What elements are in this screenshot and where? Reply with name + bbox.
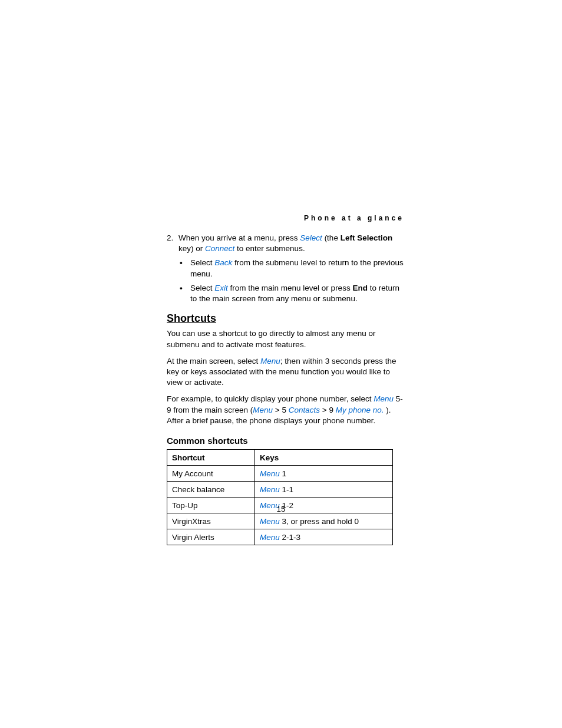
menu-link[interactable]: Menu <box>260 517 280 526</box>
step-marker: 2. <box>167 233 178 254</box>
text: 1-1 <box>280 485 293 494</box>
shortcut-cell: My Account <box>167 466 255 482</box>
sub-bullets: • Select Back from the submenu level to … <box>180 258 405 304</box>
keys-cell: Menu 2-1-3 <box>255 529 393 545</box>
text: (the <box>322 233 340 242</box>
shortcut-cell: Check balance <box>167 482 255 498</box>
keys-cell: Menu 1-1 <box>255 482 393 498</box>
text: key) or <box>178 244 205 253</box>
paragraph: You can use a shortcut to go directly to… <box>167 328 405 350</box>
text: from the main menu level or press <box>228 284 353 292</box>
table-row: VirginXtras Menu 3, or press and hold 0 <box>167 513 393 529</box>
text: 1 <box>280 469 286 478</box>
keys-cell: Menu 1 <box>255 466 393 482</box>
text: At the main screen, select <box>167 357 260 365</box>
keys-cell: Menu 3, or press and hold 0 <box>255 513 393 529</box>
back-link[interactable]: Back <box>214 258 232 267</box>
text: When you arrive at a menu, press <box>178 233 300 242</box>
paragraph: For example, to quickly display your pho… <box>167 394 405 426</box>
page-number: 15 <box>0 505 562 513</box>
step-2: 2. When you arrive at a menu, press Sele… <box>167 233 405 254</box>
text: > 9 <box>320 406 336 414</box>
end-key: End <box>352 284 368 292</box>
table-row: Check balance Menu 1-1 <box>167 482 393 498</box>
list-item: • Select Exit from the main menu level o… <box>180 283 405 304</box>
text: For example, to quickly display your pho… <box>167 394 373 403</box>
bullet-icon: • <box>180 283 190 304</box>
content-area: Phone at a glance 2. When you arrive at … <box>167 214 405 545</box>
table-row: Virgin Alerts Menu 2-1-3 <box>167 529 393 545</box>
menu-link[interactable]: Menu <box>253 406 273 414</box>
bullet-body: Select Back from the submenu level to re… <box>190 258 405 279</box>
page: Phone at a glance 2. When you arrive at … <box>0 0 562 728</box>
text: 2-1-3 <box>280 533 300 542</box>
text: 3, or press and hold 0 <box>280 517 359 526</box>
shortcuts-table: Shortcut Keys My Account Menu 1 Check ba… <box>167 449 393 545</box>
connect-link[interactable]: Connect <box>205 244 234 253</box>
select-link[interactable]: Select <box>300 233 322 242</box>
my-phone-no-link[interactable]: My phone no. <box>336 406 384 414</box>
col-keys-header: Keys <box>255 450 393 466</box>
running-header: Phone at a glance <box>167 214 405 222</box>
bullet-icon: • <box>180 258 190 279</box>
shortcut-cell: Virgin Alerts <box>167 529 255 545</box>
col-shortcut-header: Shortcut <box>167 450 255 466</box>
table-header-row: Shortcut Keys <box>167 450 393 466</box>
contacts-link[interactable]: Contacts <box>289 406 320 414</box>
text: > 5 <box>273 406 289 414</box>
text: Select <box>190 258 214 267</box>
list-item: • Select Back from the submenu level to … <box>180 258 405 279</box>
table-row: My Account Menu 1 <box>167 466 393 482</box>
common-shortcuts-heading: Common shortcuts <box>167 436 405 446</box>
text: Select <box>190 284 214 292</box>
exit-link[interactable]: Exit <box>214 284 228 292</box>
menu-link[interactable]: Menu <box>260 357 280 365</box>
step-body: When you arrive at a menu, press Select … <box>178 233 405 254</box>
menu-link[interactable]: Menu <box>373 394 394 403</box>
menu-link[interactable]: Menu <box>260 469 280 478</box>
text: to enter submenus. <box>234 244 305 253</box>
bullet-body: Select Exit from the main menu level or … <box>190 283 405 304</box>
menu-link[interactable]: Menu <box>260 533 280 542</box>
paragraph: At the main screen, select Menu; then wi… <box>167 356 405 388</box>
shortcut-cell: VirginXtras <box>167 513 255 529</box>
shortcuts-heading: Shortcuts <box>167 312 405 325</box>
menu-link[interactable]: Menu <box>260 485 280 494</box>
left-selection-key: Left Selection <box>340 233 393 242</box>
